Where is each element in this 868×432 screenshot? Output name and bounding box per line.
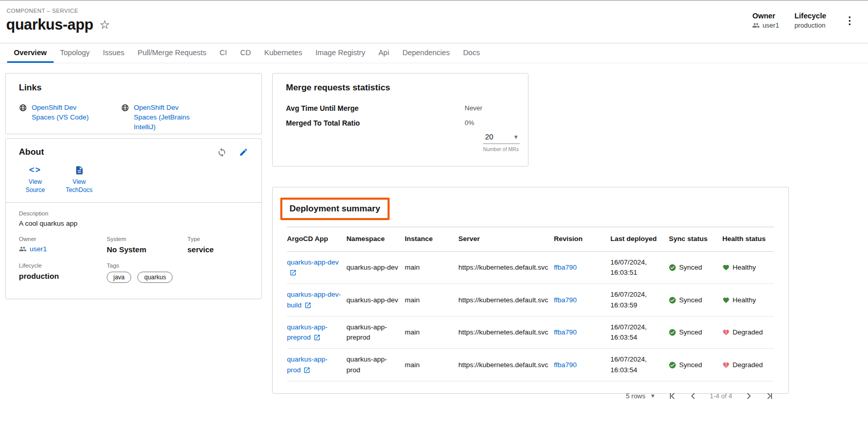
- table-row: quarkus-app-devquarkus-app-devmainhttps:…: [287, 251, 774, 284]
- type-field: Type service: [187, 236, 248, 254]
- last-page-icon[interactable]: [765, 392, 774, 400]
- component-service-page: COMPONENT – SERVICE quarkus-app ☆ Owner …: [0, 0, 868, 432]
- namespace-cell: quarkus-app-dev: [346, 251, 404, 284]
- lifecycle-label: Lifecycle: [794, 12, 826, 20]
- column-header-namespace: Namespace: [346, 227, 404, 251]
- tab-image-registry[interactable]: Image Registry: [309, 43, 372, 63]
- column-header-sync-status: Sync status: [669, 227, 722, 251]
- server-cell: https://kubernetes.default.svc: [459, 349, 554, 381]
- tab-cd[interactable]: CD: [234, 43, 258, 63]
- favorite-star-icon[interactable]: ☆: [100, 19, 110, 31]
- argocd-app-link[interactable]: quarkus-app-dev: [287, 258, 339, 266]
- column-header-revision: Revision: [554, 227, 611, 251]
- external-link-icon: [311, 333, 321, 341]
- synced-check-icon: [669, 329, 676, 336]
- about-card: About <> View Source: [5, 138, 262, 299]
- revision-link[interactable]: ffba790: [554, 263, 577, 271]
- globe-icon: [121, 104, 129, 112]
- tab-api[interactable]: Api: [372, 43, 396, 63]
- column-header-health-status: Health status: [722, 227, 774, 251]
- code-icon: <>: [29, 164, 41, 176]
- tab-kubernetes[interactable]: Kubernetes: [258, 43, 309, 63]
- argocd-app-link[interactable]: quarkus-app-preprod: [287, 323, 328, 341]
- tab-issues[interactable]: Issues: [97, 43, 131, 63]
- server-cell: https://kubernetes.default.svc: [459, 284, 554, 317]
- owner-label: Owner: [752, 12, 779, 20]
- view-techdocs-label: View TechDocs: [64, 178, 94, 194]
- links-card-title: Links: [19, 83, 248, 93]
- stat-value: 0%: [465, 119, 474, 127]
- about-card-title: About: [19, 147, 44, 157]
- deployment-summary-card: Deployment summary ArgoCD App Namespace …: [272, 187, 789, 394]
- tab-dependencies[interactable]: Dependencies: [396, 43, 456, 63]
- table-row: quarkus-app-prodquarkus-app-prodmainhttp…: [287, 349, 774, 381]
- links-card: Links OpenShift Dev Spaces (VS Code) Ope…: [5, 73, 262, 134]
- document-icon: [75, 165, 84, 175]
- system-field: System No System: [107, 236, 187, 254]
- type-value: service: [187, 245, 248, 254]
- mr-select-caption: Number of MRs: [483, 147, 520, 152]
- description-value: A cool quarkus app: [19, 220, 248, 227]
- instance-cell: main: [405, 349, 459, 381]
- next-page-icon[interactable]: [744, 392, 753, 400]
- number-of-mrs-select[interactable]: 20 ▼ Number of MRs: [483, 133, 520, 152]
- view-source-label: View Source: [20, 178, 51, 194]
- argocd-app-link[interactable]: quarkus-app-dev-build: [287, 291, 341, 308]
- instance-cell: main: [405, 284, 459, 317]
- link-openshift-dev-spaces-intellij[interactable]: OpenShift Dev Spaces (JetBrains IntelliJ…: [121, 103, 202, 132]
- tab-ci[interactable]: CI: [213, 43, 234, 63]
- tab-docs[interactable]: Docs: [456, 43, 487, 63]
- instance-cell: main: [405, 316, 459, 349]
- last-deployed-cell: 16/07/2024, 16:03:54: [610, 316, 668, 349]
- tags-field: Tags java quarkus: [107, 262, 248, 283]
- breadcrumb: COMPONENT – SERVICE: [7, 8, 110, 14]
- link-openshift-dev-spaces-vscode[interactable]: OpenShift Dev Spaces (VS Code): [19, 103, 100, 132]
- revision-link[interactable]: ffba790: [554, 296, 577, 304]
- lifecycle-field: Lifecycle production: [19, 262, 107, 283]
- table-row: quarkus-app-dev-buildquarkus-app-devmain…: [287, 284, 774, 317]
- kebab-menu-icon[interactable]: ⋮: [841, 15, 858, 26]
- link-label: OpenShift Dev Spaces (JetBrains IntelliJ…: [134, 103, 202, 132]
- deployment-summary-title: Deployment summary: [290, 204, 380, 213]
- table-row: quarkus-app-preprodquarkus-app-preprodma…: [287, 316, 774, 349]
- view-source-link[interactable]: <> View Source: [20, 164, 51, 194]
- group-icon: [752, 21, 760, 29]
- heart-icon: [722, 297, 730, 304]
- pagination-range: 1-4 of 4: [710, 392, 732, 400]
- chevron-down-icon: ▼: [513, 134, 519, 140]
- last-deployed-cell: 16/07/2024, 16:03:59: [610, 284, 668, 317]
- instance-cell: main: [405, 251, 459, 284]
- refresh-icon[interactable]: [217, 148, 227, 157]
- namespace-cell: quarkus-app-dev: [346, 284, 404, 317]
- rows-per-page-select[interactable]: 5 rows ▼: [626, 392, 656, 400]
- lifecycle-value: production: [19, 272, 107, 280]
- heart-icon: [722, 264, 730, 271]
- broken-heart-icon: [722, 362, 730, 369]
- namespace-cell: quarkus-app-preprod: [346, 316, 404, 349]
- broken-heart-icon: [722, 329, 730, 336]
- synced-check-icon: [669, 264, 676, 271]
- entity-tabs: Overview Topology Issues Pull/Merge Requ…: [0, 43, 868, 63]
- rows-per-page-value: 5 rows: [626, 392, 645, 400]
- edit-pencil-icon[interactable]: [239, 148, 248, 157]
- mr-count-value: 20: [485, 133, 493, 141]
- page-title: quarkus-app: [6, 16, 93, 33]
- owner-user-link[interactable]: user1: [19, 245, 107, 253]
- tab-overview[interactable]: Overview: [7, 43, 54, 63]
- owner-field: Owner user1: [19, 236, 107, 254]
- revision-link[interactable]: ffba790: [554, 361, 577, 369]
- first-page-icon[interactable]: [668, 392, 677, 400]
- revision-link[interactable]: ffba790: [554, 328, 577, 336]
- globe-icon: [19, 104, 27, 112]
- column-header-last-deployed: Last deployed: [610, 227, 668, 251]
- previous-page-icon[interactable]: [689, 392, 697, 400]
- external-link-icon: [301, 366, 310, 374]
- sync-status-cell: Synced: [669, 284, 722, 317]
- merge-stats-title: Merge requests statistics: [286, 83, 515, 93]
- stat-row: Avg Time Until Merge Never: [286, 104, 515, 112]
- tab-pull-merge-requests[interactable]: Pull/Merge Requests: [131, 43, 213, 63]
- view-techdocs-link[interactable]: View TechDocs: [64, 164, 94, 194]
- health-status-cell: Degraded: [722, 349, 774, 381]
- lifecycle-meta: Lifecycle production: [794, 12, 826, 29]
- tab-topology[interactable]: Topology: [54, 43, 97, 63]
